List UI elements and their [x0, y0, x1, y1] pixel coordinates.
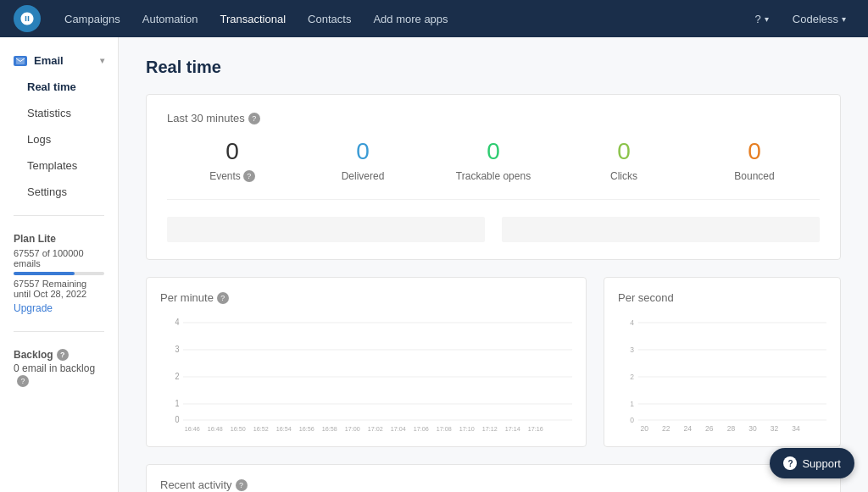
- main-content: Real time Last 30 minutes ? 0 Events ? 0…: [119, 37, 868, 492]
- svg-text:16:48: 16:48: [208, 425, 223, 433]
- support-icon: ?: [783, 456, 797, 470]
- plan-title: Plan Lite: [14, 233, 104, 245]
- logo[interactable]: [14, 5, 41, 32]
- svg-text:17:08: 17:08: [437, 425, 452, 433]
- plan-used: 67557 of 100000 emails: [14, 248, 104, 268]
- svg-text:16:52: 16:52: [253, 425, 269, 433]
- svg-text:17:00: 17:00: [345, 425, 360, 433]
- support-button[interactable]: ? Support: [770, 448, 854, 478]
- recent-activity-card: Recent activity ? Status Date Subject Fr…: [146, 464, 841, 492]
- sparkline-left: [167, 217, 485, 242]
- svg-text:0: 0: [175, 415, 179, 425]
- plan-bar-background: [14, 272, 104, 275]
- help-chevron-icon: ▾: [765, 14, 769, 24]
- support-label: Support: [802, 457, 841, 470]
- svg-text:17:04: 17:04: [391, 425, 407, 433]
- sidebar-divider-2: [14, 331, 104, 332]
- sidebar-email-section: Email ▾ Real time Statistics Logs Templa…: [0, 47, 118, 205]
- sidebar-realtime[interactable]: Real time: [0, 74, 118, 100]
- sparkline-right: [502, 217, 820, 242]
- activity-info-icon[interactable]: ?: [236, 479, 248, 491]
- stat-delivered: 0 Delivered: [298, 138, 428, 182]
- per-second-chart-area: 4 3 2 1 0 20 22 24 26 28 30 32 34: [618, 314, 826, 433]
- per-second-title: Per second: [618, 291, 826, 304]
- svg-text:2: 2: [175, 372, 179, 382]
- svg-text:3: 3: [630, 346, 634, 354]
- svg-text:20: 20: [640, 424, 648, 433]
- page-title: Real time: [146, 58, 841, 77]
- svg-text:16:54: 16:54: [276, 425, 292, 433]
- svg-text:17:12: 17:12: [482, 425, 498, 433]
- backlog-info-icon[interactable]: ?: [57, 349, 69, 361]
- svg-text:16:46: 16:46: [185, 425, 200, 433]
- svg-text:1: 1: [175, 399, 179, 409]
- svg-text:17:16: 17:16: [528, 425, 543, 433]
- sidebar-templates[interactable]: Templates: [0, 152, 118, 179]
- svg-text:24: 24: [684, 424, 693, 433]
- svg-text:16:50: 16:50: [231, 425, 246, 433]
- nav-contacts[interactable]: Contacts: [298, 6, 361, 32]
- nav-automation[interactable]: Automation: [132, 6, 209, 32]
- svg-text:1: 1: [630, 400, 634, 408]
- sidebar-logs[interactable]: Logs: [0, 126, 118, 152]
- stat-bounced: 0 Bounced: [689, 138, 820, 182]
- last30-info-icon[interactable]: ?: [248, 113, 260, 124]
- last30-card: Last 30 minutes ? 0 Events ? 0 Delivered…: [146, 94, 841, 260]
- stats-row: 0 Events ? 0 Delivered 0 Trackable opens…: [167, 138, 820, 200]
- svg-text:16:58: 16:58: [322, 425, 337, 433]
- svg-text:32: 32: [771, 424, 779, 433]
- nav-items: Campaigns Automation Transactional Conta…: [54, 6, 743, 32]
- backlog-value-info-icon[interactable]: ?: [17, 375, 29, 387]
- sidebar-divider-1: [14, 215, 104, 216]
- account-label: Codeless: [793, 13, 838, 25]
- sidebar-backlog: Backlog ? 0 email in backlog ?: [0, 342, 118, 394]
- svg-text:4: 4: [630, 318, 634, 327]
- events-info-icon[interactable]: ?: [243, 170, 255, 182]
- help-label: ?: [755, 13, 761, 25]
- sidebar-statistics[interactable]: Statistics: [0, 100, 118, 126]
- nav-add-apps[interactable]: Add more apps: [363, 6, 458, 32]
- per-minute-chart-area: 4 3 2 1 0 16:46 16:48 16:50 16:52 16:54 …: [160, 314, 572, 433]
- per-minute-info-icon[interactable]: ?: [217, 292, 229, 304]
- account-button[interactable]: Codeless ▾: [784, 8, 854, 30]
- svg-text:30: 30: [748, 424, 757, 433]
- stat-clicks: 0 Clicks: [559, 138, 689, 182]
- svg-text:17:06: 17:06: [414, 425, 429, 433]
- stat-delivered-label: Delivered: [298, 170, 428, 182]
- svg-text:17:10: 17:10: [459, 425, 475, 433]
- sidebar: Email ▾ Real time Statistics Logs Templa…: [0, 37, 119, 492]
- svg-text:4: 4: [175, 318, 179, 328]
- stat-events-label: Events ?: [167, 170, 298, 182]
- stat-trackable-value: 0: [428, 138, 559, 165]
- per-minute-title: Per minute ?: [160, 291, 572, 304]
- svg-text:26: 26: [705, 424, 714, 433]
- plan-remaining: 67557 Remaining until Oct 28, 2022: [14, 279, 104, 299]
- top-navigation: Campaigns Automation Transactional Conta…: [0, 0, 868, 37]
- per-minute-svg: 4 3 2 1 0 16:46 16:48 16:50 16:52 16:54 …: [160, 314, 572, 433]
- sidebar-email-chevron: ▾: [100, 56, 104, 65]
- stat-bounced-label: Bounced: [689, 170, 820, 182]
- sidebar-plan: Plan Lite 67557 of 100000 emails 67557 R…: [0, 226, 118, 321]
- sidebar-email-label: Email: [34, 54, 64, 67]
- per-minute-chart: Per minute ? 4 3 2 1: [146, 277, 587, 447]
- email-icon: [14, 56, 27, 66]
- nav-right: ? ▾ Codeless ▾: [747, 8, 854, 30]
- upgrade-link[interactable]: Upgrade: [14, 302, 104, 314]
- stat-clicks-value: 0: [559, 138, 689, 165]
- stat-trackable-label: Trackable opens: [428, 170, 559, 182]
- nav-campaigns[interactable]: Campaigns: [54, 6, 131, 32]
- backlog-value: 0 email in backlog ?: [14, 362, 104, 387]
- stat-bounced-value: 0: [689, 138, 820, 165]
- activity-title: Recent activity ?: [160, 478, 826, 491]
- stat-clicks-label: Clicks: [559, 170, 689, 182]
- nav-transactional[interactable]: Transactional: [210, 6, 297, 32]
- sidebar-settings[interactable]: Settings: [0, 179, 118, 205]
- charts-row: Per minute ? 4 3 2 1: [146, 277, 841, 447]
- stat-events: 0 Events ?: [167, 138, 298, 182]
- last30-title: Last 30 minutes ?: [167, 112, 820, 124]
- help-button[interactable]: ? ▾: [747, 8, 777, 30]
- sidebar-email[interactable]: Email ▾: [0, 47, 118, 74]
- stat-events-value: 0: [167, 138, 298, 165]
- svg-text:17:02: 17:02: [368, 425, 383, 433]
- svg-text:17:14: 17:14: [505, 425, 521, 433]
